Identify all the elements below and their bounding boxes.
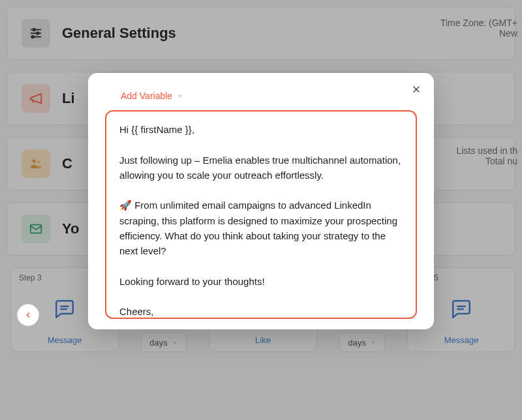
steps-prev-button[interactable]	[17, 304, 39, 326]
close-icon	[411, 84, 422, 95]
message-editor-modal: Add Variable Hi {{ firstName }}, Just fo…	[88, 73, 434, 329]
chevron-down-icon	[176, 93, 183, 99]
close-button[interactable]	[409, 82, 423, 97]
message-body-editor[interactable]: Hi {{ firstName }}, Just following up – …	[105, 110, 417, 319]
add-variable-label: Add Variable	[121, 91, 172, 101]
modal-overlay[interactable]: Add Variable Hi {{ firstName }}, Just fo…	[0, 0, 522, 420]
add-variable-button[interactable]: Add Variable	[121, 91, 183, 101]
